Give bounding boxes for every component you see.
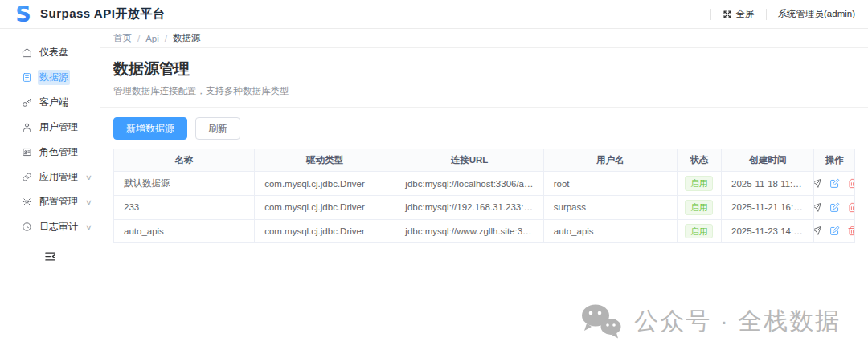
table-header-row: 名称驱动类型连接URL用户名状态创建时间操作: [114, 149, 855, 172]
breadcrumb-item-1[interactable]: 首页: [113, 32, 132, 44]
sidebar-item-2[interactable]: 数据源: [0, 65, 100, 90]
role-icon: [22, 147, 32, 157]
sidebar-item-label: 应用管理: [39, 170, 78, 184]
wechat-icon: [579, 303, 623, 340]
cell-created: 2025-11-18 11:00:12: [722, 172, 814, 196]
add-datasource-button[interactable]: 新增数据源: [113, 117, 187, 140]
cell-name: auto_apis: [114, 219, 255, 243]
sidebar-item-8[interactable]: 日志审计∨: [0, 214, 100, 239]
delete-icon: [847, 202, 855, 213]
test-connection-button[interactable]: [814, 202, 822, 213]
edit-button[interactable]: [829, 178, 840, 189]
sidebar-item-6[interactable]: 应用管理∨: [0, 165, 100, 189]
breadcrumb-separator: /: [137, 34, 140, 43]
sidebar-item-4[interactable]: 用户管理: [0, 115, 100, 140]
page-header: 数据源管理 管理数据库连接配置，支持多种数据库类型: [100, 48, 868, 108]
edit-icon: [829, 178, 840, 189]
cell-username: root: [543, 172, 677, 196]
table-body: 默认数据源com.mysql.cj.jdbc.Driverjdbc:mysql:…: [114, 172, 855, 243]
datasource-icon: [22, 72, 32, 83]
column-header: 连接URL: [395, 149, 543, 172]
status-badge: 启用: [685, 176, 713, 191]
chevron-down-icon: ∨: [85, 173, 92, 181]
cell-status: 启用: [677, 195, 721, 219]
main-content: 首页/Api/数据源 数据源管理 管理数据库连接配置，支持多种数据库类型 新增数…: [100, 29, 868, 354]
surpass-logo-icon: S: [13, 4, 34, 25]
delete-button[interactable]: [847, 202, 855, 213]
chevron-down-icon: ∨: [85, 223, 92, 231]
cell-created: 2025-11-23 14:46:21: [722, 219, 814, 243]
header-right: 全屏 系统管理员(admin): [699, 8, 855, 20]
watermark-text: 公众号 · 全栈数据: [634, 305, 841, 338]
page-subtitle: 管理数据库连接配置，支持多种数据库类型: [113, 85, 855, 97]
cell-actions: [814, 195, 855, 219]
brand: S Surpass API开放平台: [13, 4, 165, 25]
link-icon: [22, 172, 32, 182]
cell-username: auto_apis: [543, 219, 677, 243]
sidebar-item-3[interactable]: 客户端: [0, 90, 100, 115]
table-row: auto_apiscom.mysql.cj.jdbc.Driverjdbc:my…: [114, 219, 855, 243]
sidebar-item-label: 配置管理: [39, 195, 78, 209]
app-title: Surpass API开放平台: [40, 6, 165, 22]
column-header: 创建时间: [722, 149, 814, 172]
cell-status: 启用: [677, 219, 721, 243]
edit-button[interactable]: [829, 226, 840, 236]
sidebar-menu: 仪表盘数据源客户端用户管理角色管理应用管理∨配置管理∨日志审计∨: [0, 40, 100, 239]
clock-icon: [22, 222, 32, 232]
cell-name: 默认数据源: [114, 172, 255, 196]
user-menu[interactable]: 系统管理员(admin): [778, 8, 855, 20]
cell-driver: com.mysql.cj.jdbc.Driver: [255, 219, 395, 243]
delete-icon: [847, 178, 855, 189]
sidebar-item-label: 数据源: [38, 70, 70, 85]
edit-icon: [829, 202, 840, 213]
user-icon: [22, 122, 32, 132]
sidebar: 仪表盘数据源客户端用户管理角色管理应用管理∨配置管理∨日志审计∨: [0, 29, 100, 354]
sidebar-item-label: 客户端: [39, 96, 68, 109]
test-connection-button[interactable]: [814, 226, 822, 236]
status-badge: 启用: [685, 224, 713, 239]
chevron-down-icon: ∨: [85, 198, 92, 206]
sidebar-item-5[interactable]: 角色管理: [0, 140, 100, 165]
sidebar-item-label: 角色管理: [39, 145, 78, 159]
sidebar-collapse-button[interactable]: [0, 246, 100, 267]
test-connection-button[interactable]: [814, 178, 822, 189]
fullscreen-button[interactable]: 全屏: [723, 8, 755, 20]
breadcrumb: 首页/Api/数据源: [100, 29, 868, 48]
cell-username: surpass: [543, 195, 677, 219]
delete-button[interactable]: [847, 178, 855, 189]
breadcrumb-item-3: 数据源: [173, 32, 201, 44]
column-header: 名称: [114, 149, 255, 172]
breadcrumb-item-2[interactable]: Api: [145, 34, 159, 43]
delete-button[interactable]: [847, 226, 855, 236]
breadcrumb-separator: /: [165, 34, 167, 43]
gear-icon: [22, 197, 32, 207]
dashboard-icon: [22, 47, 32, 58]
column-header: 操作: [814, 149, 855, 172]
cell-url: jdbc:mysql://localhost:3306/auto_apis: [395, 172, 543, 196]
cell-url: jdbc:mysql://192.168.31.233:3306/surpass: [395, 195, 543, 219]
sidebar-item-label: 用户管理: [39, 120, 78, 134]
edit-button[interactable]: [829, 202, 840, 213]
column-header: 驱动类型: [255, 149, 395, 172]
delete-icon: [847, 226, 855, 236]
menu-fold-icon: [44, 250, 56, 262]
table-row: 默认数据源com.mysql.cj.jdbc.Driverjdbc:mysql:…: [114, 172, 855, 196]
key-icon: [22, 97, 32, 108]
sidebar-item-label: 仪表盘: [39, 46, 68, 59]
cell-driver: com.mysql.cj.jdbc.Driver: [255, 172, 395, 196]
refresh-button[interactable]: 刷新: [195, 117, 240, 140]
column-header: 状态: [677, 149, 721, 172]
send-icon: [814, 202, 822, 213]
watermark: 公众号 · 全栈数据: [579, 303, 841, 340]
top-header: S Surpass API开放平台 全屏 系统管理员(admin): [0, 0, 868, 29]
column-header: 用户名: [543, 149, 677, 172]
page-title: 数据源管理: [113, 59, 855, 79]
toolbar: 新增数据源 刷新: [100, 108, 868, 149]
send-icon: [814, 226, 822, 236]
cell-actions: [814, 172, 855, 196]
sidebar-item-1[interactable]: 仪表盘: [0, 40, 100, 65]
divider: [766, 9, 767, 20]
app-window: S Surpass API开放平台 全屏 系统管理员(admin) 仪表盘数据源…: [0, 0, 868, 354]
sidebar-item-7[interactable]: 配置管理∨: [0, 189, 100, 214]
send-icon: [814, 178, 822, 189]
